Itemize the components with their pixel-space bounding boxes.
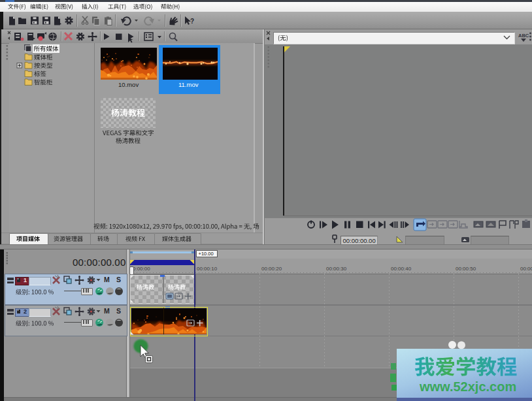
svg-text:ABC: ABC [518,33,529,39]
svg-text:?: ? [190,18,194,25]
